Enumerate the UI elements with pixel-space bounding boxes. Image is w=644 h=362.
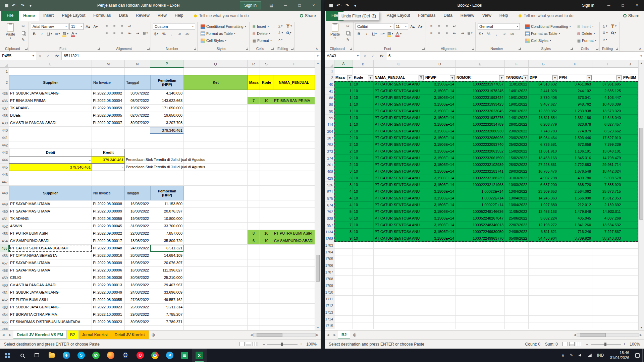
cell-S454[interactable]: 10 [260, 237, 273, 245]
taskbar-outlook-icon[interactable]: O [118, 349, 133, 362]
cell-G575[interactable]: 14.245.363 [529, 195, 558, 202]
cell-N460[interactable]: 18/08/2022 [125, 282, 150, 289]
cell-G1711[interactable] [529, 296, 558, 302]
cell-Q443[interactable] [184, 149, 248, 156]
comma-style-button[interactable]: , [168, 31, 175, 37]
normal-view-icon[interactable] [239, 342, 245, 346]
cell-N437[interactable]: 19/07/2022 [125, 105, 150, 112]
cell-H1714[interactable] [558, 316, 592, 322]
taskbar-file-explorer-icon[interactable] [44, 349, 59, 362]
cell-P2[interactable]: Pembelian (HPP) [150, 75, 184, 90]
cell-T466[interactable] [273, 326, 315, 330]
sheet-tab-b2[interactable]: B2 [67, 330, 79, 339]
cell-E1707[interactable] [455, 269, 505, 276]
cell-F1706[interactable] [505, 262, 529, 269]
cell-L438[interactable]: DIJEE [9, 112, 92, 119]
cell-J361[interactable] [622, 162, 638, 168]
cell-C41[interactable]: PT CATUR SENTOSA ANU [374, 88, 424, 95]
cell-T445[interactable] [273, 164, 315, 171]
row-header-273[interactable]: 273 [325, 148, 334, 155]
dialog-launcher-icon[interactable] [596, 48, 598, 50]
row-header-444[interactable]: 444 [0, 156, 9, 164]
cell-E1705[interactable] [455, 255, 505, 262]
cell-C1715[interactable] [374, 322, 424, 329]
cell-Q437[interactable] [184, 105, 248, 112]
cell-N1[interactable] [125, 68, 150, 75]
cell-E40[interactable]: 100022231977057 [455, 81, 505, 88]
zoom-level[interactable]: 100% [305, 342, 317, 347]
cell-J1715[interactable] [622, 322, 638, 329]
cell-E89[interactable]: 100022231993423 [455, 101, 505, 108]
cell-N2[interactable]: Tanggal [125, 75, 150, 90]
format-painter-button[interactable]: ✎ [344, 37, 351, 43]
ribbon-tab-help[interactable]: Help [171, 11, 187, 21]
cell-I1705[interactable] [592, 255, 622, 262]
cell-M448[interactable]: No Invoice [92, 186, 125, 200]
cell-R439[interactable] [248, 119, 260, 127]
cell-B957[interactable]: 10 [353, 222, 374, 229]
row-header-455[interactable]: 455 [0, 245, 9, 252]
cell-T460[interactable] [273, 282, 315, 289]
zoom-slider[interactable] [591, 344, 621, 345]
collapse-ribbon-button[interactable]: ∧ [316, 47, 318, 50]
cell-I2[interactable]: ▾ [592, 74, 622, 81]
cell-N466[interactable] [125, 326, 150, 330]
find-select-button[interactable]: ▾ [610, 30, 617, 36]
cell-J1708[interactable] [622, 276, 638, 282]
cell-J1268[interactable] [622, 235, 638, 242]
column-header-T[interactable]: T [273, 60, 315, 68]
ribbon-tab-help[interactable]: Help [495, 11, 512, 21]
cell-A207[interactable]: 2 [334, 135, 353, 141]
cell-Q452[interactable] [184, 223, 248, 230]
column-header-J[interactable]: J [622, 60, 638, 68]
cell-H429[interactable]: 490.780 [558, 175, 592, 182]
cell-J571[interactable] [622, 188, 638, 195]
cell-Q457[interactable] [184, 259, 248, 267]
ribbon-tab-view[interactable]: View [154, 11, 171, 21]
cell-F957[interactable]: 22/07/2022 [505, 222, 529, 229]
cell-P454[interactable]: 35.809.729 [150, 237, 184, 245]
row-header-1134[interactable]: 1134 [325, 229, 334, 235]
cell-C273[interactable]: PT CATUR SENTOSA ANU [374, 148, 424, 155]
cell-M456[interactable]: PI.2022.08.00016 [92, 252, 125, 259]
cell-T450[interactable] [273, 208, 315, 215]
column-header-E[interactable]: E [455, 60, 505, 68]
tray-expand-chevron-icon[interactable]: ∧ [559, 349, 567, 362]
percent-style-button[interactable]: % [485, 31, 492, 37]
cell-I361[interactable]: 29.951.714 [592, 162, 622, 168]
cell-F1713[interactable] [505, 309, 529, 316]
enter-formula-icon[interactable]: ✓ [371, 54, 374, 58]
cell-F274[interactable]: 15/02/2022 [505, 155, 529, 162]
cell-F1708[interactable] [505, 276, 529, 282]
cell-N463[interactable]: 26/08/2022 [125, 304, 150, 311]
font-color-button[interactable]: A▾ [70, 31, 77, 37]
fill-button[interactable]: ⇩▾ [277, 30, 284, 36]
cell-B1708[interactable] [353, 276, 374, 282]
cell-R442[interactable] [248, 141, 260, 149]
cell-Q460[interactable] [184, 282, 248, 289]
page-layout-view-icon[interactable] [569, 342, 575, 346]
cell-G204[interactable]: 7.748.783 [529, 128, 558, 135]
cell-I1715[interactable] [592, 322, 622, 329]
cell-I1[interactable] [592, 68, 622, 74]
row-header-460[interactable]: 460 [0, 282, 9, 289]
bottom-align-button[interactable]: ≡ [119, 23, 125, 29]
cell-P439[interactable]: 3.207.708 [150, 119, 184, 127]
scroll-right-icon[interactable]: ▶ [640, 333, 642, 337]
undo-button[interactable]: ↶▾ [11, 2, 18, 9]
cell-Q449[interactable] [184, 200, 248, 208]
taskbar-firefox-icon[interactable] [103, 349, 118, 362]
cell-T436[interactable]: PT. BINA SAN PRIMA [273, 97, 315, 105]
cell-J204[interactable] [622, 128, 638, 135]
cell-N436[interactable]: 05/07/2022 [125, 97, 150, 105]
cell-M439[interactable]: PI.2022.07.00037 [92, 119, 125, 127]
cell-F408[interactable]: 29/03/2022 [505, 168, 529, 175]
cell-B2[interactable]: Kode▾ [353, 74, 374, 81]
cell-S436[interactable]: 10 [260, 97, 273, 105]
cell-R456[interactable] [248, 252, 260, 259]
cell-R449[interactable] [248, 200, 260, 208]
cell-F273[interactable]: 15/02/2022 [505, 148, 529, 155]
cell-A571[interactable]: 4 [334, 188, 353, 195]
cell-P447[interactable] [150, 178, 184, 186]
cell-C1707[interactable] [374, 269, 424, 276]
